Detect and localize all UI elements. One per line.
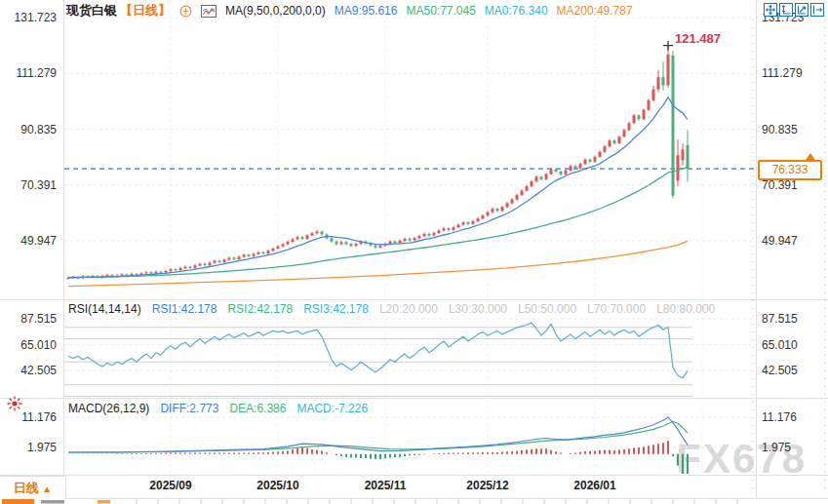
x-axis-month-label: 2025/11: [365, 479, 407, 492]
rsi-axis-tick-left: 65.010: [2, 338, 57, 352]
rsi-axis-tick-left: 42.505: [2, 364, 57, 377]
main-axis-tick-left: 49.947: [2, 234, 57, 248]
main-axis-tick-right: 90.835: [762, 123, 816, 136]
rsi-title: RSI(14,14,14): [68, 302, 141, 316]
main-axis-tick-right: 49.947: [762, 234, 816, 248]
main-axis-tick-left: 90.835: [2, 123, 57, 136]
dea-value: DEA:6.386: [229, 402, 286, 415]
rsi-axis-tick-right: 87.515: [762, 312, 816, 326]
rsi2-value: RSI2:42.178: [227, 302, 293, 316]
rsi-axis-tick-right: 65.010: [762, 338, 816, 352]
macd-header: MACD(26,12,9) DIFF:2.773 DEA:6.386 MACD:…: [68, 401, 368, 415]
chart-header: 现货白银 【日线】 MA(9,50,0,200,0,0) MA9:95.616 …: [66, 2, 633, 19]
main-axis-tick-right: 111.279: [762, 66, 816, 80]
pan-right-icon[interactable]: [810, 3, 824, 17]
ma-settings: MA(9,50,0,200,0,0): [225, 4, 326, 18]
chart-app: FX678 现货白银 【日线】 MA(9,50,0,200,0,0) MA9:9…: [0, 0, 828, 504]
rsi1-value: RSI1:42.178: [152, 302, 217, 316]
x-axis-month-label: 2025/09: [149, 479, 191, 492]
symbol-name: 现货白银: [66, 2, 117, 19]
ma9-value: MA9:95.616: [335, 4, 398, 18]
rsi-axis-tick-right: 42.505: [762, 364, 816, 377]
x-axis-month-label: 2026/01: [573, 479, 615, 492]
rsi3-value: RSI3:42.178: [303, 302, 369, 316]
chevron-up-icon: ▲: [42, 484, 52, 494]
chart-canvas[interactable]: [0, 0, 828, 504]
main-axis-tick-right: 70.391: [762, 178, 816, 192]
price-tag-arrow-icon: [806, 153, 815, 160]
chart-style-icon[interactable]: [201, 5, 217, 18]
rsi-level-70: L70:70.000: [587, 302, 646, 316]
chart-toolbar: [764, 3, 824, 17]
rsi-level-80: L80:80.000: [656, 302, 715, 316]
period-tag: 【日线】: [120, 2, 171, 19]
x-axis-month-label: 2025/10: [256, 479, 298, 492]
macd-axis-tick-right: 11.176: [762, 410, 816, 424]
macd-axis-tick-left: 1.975: [2, 441, 57, 454]
diff-value: DIFF:2.773: [160, 402, 218, 415]
rsi-header: RSI(14,14,14) RSI1:42.178 RSI2:42.178 RS…: [68, 301, 715, 316]
y-axis-zoom-icon[interactable]: [779, 3, 793, 17]
main-axis-tick-left: 70.391: [2, 178, 57, 192]
macd-title: MACD(26,12,9): [68, 402, 149, 415]
sun-icon: [5, 394, 24, 413]
timeframe-label: 日线: [14, 481, 39, 495]
rsi-level-50: L50:50.000: [518, 302, 576, 316]
rsi-axis-tick-left: 87.515: [2, 312, 57, 326]
ma0-value: MA0:76.340: [485, 4, 548, 18]
timeframe-selector[interactable]: 日线 ▲: [0, 476, 66, 499]
auto-scale-icon[interactable]: [795, 3, 808, 17]
crosshair-move-icon[interactable]: [764, 3, 777, 17]
ma50-value: MA50:77.045: [406, 4, 475, 18]
macd-value: MACD:-7.226: [296, 402, 368, 415]
peak-price-label: 121.487: [675, 31, 721, 46]
add-indicator-icon[interactable]: [179, 5, 192, 18]
rsi-level-30: L30:30.000: [449, 302, 507, 316]
macd-axis-tick-right: 1.975: [762, 441, 816, 454]
main-axis-tick-left: 131.723: [2, 11, 57, 24]
main-axis-tick-left: 111.279: [2, 66, 57, 80]
x-axis-month-label: 2025/12: [466, 479, 508, 492]
rsi-level-20: L20:20.000: [379, 302, 438, 316]
current-price-tag: 76.333: [758, 160, 822, 180]
ma200-value: MA200:49.787: [557, 4, 633, 18]
